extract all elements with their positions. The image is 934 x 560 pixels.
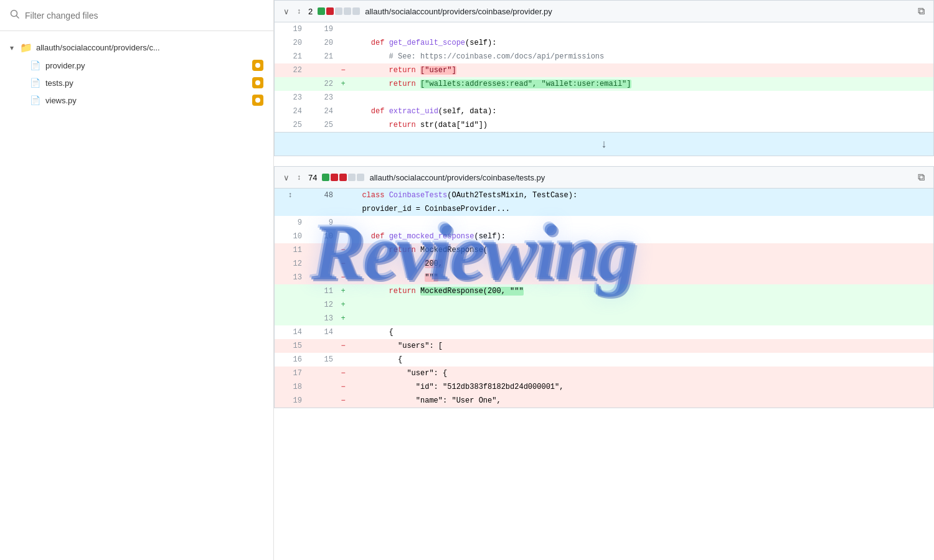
copy-button[interactable]: ⧉ [918,172,925,183]
line-number-new [306,380,337,394]
line-sign [337,202,349,216]
table-row: 17 − "user": { [275,366,933,380]
expand-icon: ↓ [601,138,607,150]
line-number-old [275,284,306,298]
line-code: return MockedResponse(200, """ [349,284,933,298]
line-number-new [306,271,337,284]
line-number-new: 19 [306,22,337,36]
file-icon: 📄 [30,60,40,70]
line-number-old [275,77,306,91]
line-number-old: 14 [275,325,306,339]
line-number-old: 15 [275,339,306,353]
line-code: return ["user"] [349,63,933,77]
line-sign: + [337,284,349,298]
line-number-new: 10 [306,230,337,243]
line-number-old: 10 [275,230,306,243]
line-number-new [306,339,337,353]
line-number-new: 12 [306,298,337,312]
diff-toggle-button[interactable]: ↕ [295,172,303,183]
line-number-new: 11 [306,284,337,298]
file-name: provider.py [45,61,247,70]
line-number-old: 16 [275,353,306,366]
folder-row[interactable]: ▾ 📁 allauth/socialaccount/providers/c... [5,39,268,57]
line-number-old: 22 [275,63,306,77]
table-row: 20 20 def get_default_scope(self): [275,36,933,50]
search-icon [10,9,20,22]
line-sign [337,325,349,339]
skip-row[interactable]: ↓ [275,132,933,156]
line-sign: + [337,298,349,312]
line-number-old: 21 [275,50,306,63]
line-number-old [275,202,306,216]
line-sign [337,36,349,50]
skip-context-row[interactable]: ↕ 48 class CoinbaseTests(OAuth2TestsMixi… [275,189,933,202]
line-code: # See: https://coinbase.com/docs/api/per… [349,50,933,63]
line-code: def extract_uid(self, data): [349,105,933,118]
line-number-old: 23 [275,91,306,105]
collapse-button[interactable]: ∨ [283,173,290,182]
line-code: provider_id = CoinbaseProvider... [349,202,933,216]
file-icon: 📄 [30,95,40,105]
line-number-new: 14 [306,325,337,339]
table-row: 12 + [275,298,933,312]
table-row: 19 19 [275,22,933,36]
line-code: { [349,353,933,366]
list-item[interactable]: 📄 provider.py [25,57,268,74]
table-row: 19 − "name": "User One", [275,394,933,408]
table-row: 21 21 # See: https://coinbase.com/docs/a… [275,50,933,63]
line-code: "id": "512db383f8182bd24d000001", [349,380,933,394]
table-row: 15 − "users": [ [275,339,933,353]
search-bar [0,0,273,31]
file-name: tests.py [45,78,247,88]
stat-label: 74 [308,173,317,182]
change-badge [252,95,263,106]
line-number-new [306,257,337,271]
table-row: 24 24 def extract_uid(self, data): [275,105,933,118]
table-row: 18 − "id": "512db383f8182bd24d000001", [275,380,933,394]
table-row: 10 10 def get_mocked_response(self): [275,230,933,243]
line-number-new [306,63,337,77]
line-number-old: 12 [275,257,306,271]
line-number-new: 48 [306,189,337,202]
file-list: 📄 provider.py 📄 tests.py 📄 views.py [5,57,268,109]
line-sign: − [337,339,349,353]
diff-filename: allauth/socialaccount/providers/coinbase… [369,173,913,182]
stat-badge [318,7,360,15]
diff-toggle-button[interactable]: ↕ [295,6,303,17]
list-item[interactable]: 📄 tests.py [25,74,268,91]
line-code: return str(data["id"]) [349,118,933,132]
line-number-old: 13 [275,271,306,284]
skip-context-row[interactable]: provider_id = CoinbaseProvider... [275,202,933,216]
line-sign [337,216,349,230]
line-code: def get_mocked_response(self): [349,230,933,243]
diff-filename: allauth/socialaccount/providers/coinbase… [365,7,913,16]
sidebar: ▾ 📁 allauth/socialaccount/providers/c...… [0,0,274,560]
folder-icon: 📁 [20,42,32,54]
line-sign: + [337,77,349,91]
line-number-new [306,394,337,408]
line-code: class CoinbaseTests(OAuth2TestsMixin, Te… [349,189,933,202]
line-code [349,216,933,230]
diff-file-header-1: ∨ ↕ 2 allauth/socialaccount/providers/co… [275,1,933,22]
main-content: ∨ ↕ 2 allauth/socialaccount/providers/co… [274,0,934,560]
line-sign [337,50,349,63]
line-sign: − [337,366,349,380]
line-number-new: 20 [306,36,337,50]
list-item[interactable]: 📄 views.py [25,91,268,109]
table-row: 11 − return MockedResponse( [275,243,933,257]
line-code [349,312,933,325]
collapse-button[interactable]: ∨ [283,7,290,16]
file-tree: ▾ 📁 allauth/socialaccount/providers/c...… [0,31,273,560]
change-badge [252,60,263,71]
copy-button[interactable]: ⧉ [918,6,925,17]
line-sign [337,353,349,366]
line-code [349,298,933,312]
table-row: 13 − """ [275,271,933,284]
search-input[interactable] [25,11,263,21]
line-code: """ [349,271,933,284]
line-code: 200, [349,257,933,271]
line-number-new: 13 [306,312,337,325]
line-number-new: 23 [306,91,337,105]
line-number-old: 19 [275,22,306,36]
line-sign: − [337,394,349,408]
